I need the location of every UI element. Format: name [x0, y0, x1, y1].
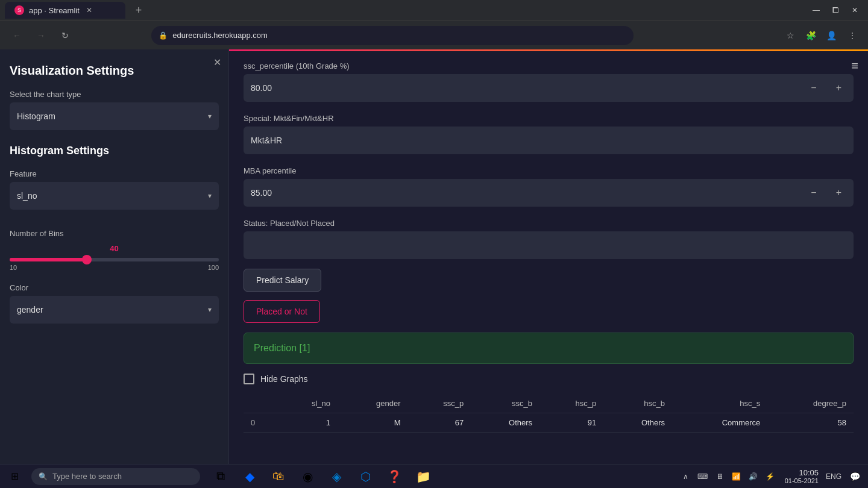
- chart-type-label: Select the chart type: [10, 90, 219, 99]
- feature-value: sl_no: [17, 191, 37, 201]
- ssc-number-input[interactable]: 80.00 − +: [244, 74, 854, 102]
- taskbar-chrome[interactable]: ◉: [294, 465, 321, 489]
- back-button[interactable]: ←: [7, 26, 27, 45]
- chart-type-group: Select the chart type Histogram ▾: [10, 90, 219, 130]
- clock-date: 01-05-2021: [785, 477, 819, 484]
- top-bar-indicator: [229, 49, 868, 51]
- tray-network[interactable]: 📶: [729, 469, 744, 484]
- taskbar-help[interactable]: ❓: [381, 465, 407, 489]
- special-value: Mkt&HR: [251, 136, 282, 145]
- chart-type-value: Histogram: [17, 111, 55, 121]
- table-cell-slno: 1: [277, 413, 338, 433]
- ssc-minus-button[interactable]: −: [806, 80, 821, 96]
- taskbar-vscode[interactable]: ◈: [323, 465, 350, 489]
- bins-value: 40: [110, 244, 118, 253]
- color-select[interactable]: gender ▾: [10, 296, 219, 324]
- tray-volume[interactable]: 🔊: [746, 469, 761, 484]
- mba-plus-button[interactable]: +: [831, 185, 846, 201]
- feature-select[interactable]: sl_no ▾: [10, 182, 219, 210]
- sidebar-close-button[interactable]: ✕: [213, 57, 221, 68]
- profile-icon[interactable]: 👤: [823, 27, 840, 44]
- title-bar: S app · Streamlit ✕ + — ⧠ ✕: [0, 0, 868, 20]
- tray-battery[interactable]: ⚡: [763, 469, 778, 484]
- color-label: Color: [10, 283, 219, 292]
- tab-close-button[interactable]: ✕: [84, 5, 94, 15]
- table-col-hscp: hsc_p: [539, 394, 603, 413]
- tray-display[interactable]: 🖥: [712, 469, 727, 484]
- viz-settings-title: Visualization Settings: [10, 64, 219, 78]
- action-buttons: Predict Salary Placed or Not: [244, 259, 854, 323]
- placed-or-not-button[interactable]: Placed or Not: [244, 300, 320, 323]
- color-value: gender: [17, 305, 43, 314]
- browser-menu-icon[interactable]: ⋮: [844, 27, 861, 44]
- language-indicator[interactable]: ENG: [826, 472, 844, 481]
- table-col-sscp: ssc_p: [407, 394, 471, 413]
- hamburger-menu-icon[interactable]: ≡: [851, 59, 858, 73]
- status-label: Status: Placed/Not Placed: [244, 219, 854, 228]
- address-bar[interactable]: 🔒 edurecruits.herokuapp.com: [151, 26, 634, 45]
- toolbar-icons: ☆ 🧩 👤 ⋮: [782, 27, 861, 44]
- bins-slider-thumb[interactable]: [82, 255, 92, 264]
- special-input[interactable]: Mkt&HR: [244, 127, 854, 154]
- refresh-button[interactable]: ↻: [55, 26, 75, 45]
- table-row: 0 1 M 67 Others 91 Others Commerce 58: [244, 413, 854, 433]
- taskbar-search[interactable]: 🔍 Type here to search: [31, 468, 200, 485]
- table-cell-degreep: 58: [767, 413, 854, 433]
- chart-type-select[interactable]: Histogram ▾: [10, 102, 219, 130]
- status-field-group: Status: Placed/Not Placed: [244, 219, 854, 259]
- active-tab[interactable]: S app · Streamlit ✕: [5, 2, 125, 19]
- table-cell-hscs: Commerce: [672, 413, 767, 433]
- forward-button[interactable]: →: [31, 26, 51, 45]
- mba-value: 85.00: [251, 188, 796, 198]
- taskbar-dropbox[interactable]: ◆: [236, 465, 263, 489]
- table-cell-index: 0: [244, 413, 277, 433]
- feature-label: Feature: [10, 169, 219, 178]
- bins-label: Number of Bins: [10, 229, 64, 238]
- histogram-settings-title: Histogram Settings: [10, 145, 219, 157]
- ssc-plus-button[interactable]: +: [831, 80, 846, 96]
- table-cell-sscp: 67: [407, 413, 471, 433]
- taskbar-store[interactable]: 🛍: [265, 465, 292, 489]
- mba-number-input[interactable]: 85.00 − +: [244, 179, 854, 207]
- taskbar-taskview[interactable]: ⧉: [207, 465, 234, 489]
- clock-time: 10:05: [785, 468, 819, 477]
- notification-button[interactable]: 💬: [846, 465, 863, 489]
- table-header-row: sl_no gender ssc_p ssc_b hsc_p hsc_b hsc…: [244, 394, 854, 413]
- system-clock[interactable]: 10:05 01-05-2021: [780, 468, 823, 484]
- taskbar-search-text: Type here to search: [52, 472, 122, 481]
- taskbar-search-icon: 🔍: [39, 472, 48, 481]
- table-body: 0 1 M 67 Others 91 Others Commerce 58: [244, 413, 854, 433]
- bins-group: Number of Bins 40 10 100: [10, 222, 219, 271]
- window-controls: — ⧠ ✕: [808, 4, 863, 16]
- star-icon[interactable]: ☆: [782, 27, 799, 44]
- table-cell-gender: M: [338, 413, 408, 433]
- taskbar-files[interactable]: 📁: [410, 465, 436, 489]
- new-tab-button[interactable]: +: [130, 2, 147, 19]
- feature-arrow: ▾: [208, 192, 212, 200]
- start-icon: ⊞: [11, 471, 19, 482]
- taskbar-edge[interactable]: ⬡: [352, 465, 379, 489]
- table-cell-hscb: Others: [603, 413, 672, 433]
- address-bar-row: ← → ↻ 🔒 edurecruits.herokuapp.com ☆ 🧩 👤 …: [0, 20, 868, 49]
- table-cell-hscp: 91: [539, 413, 603, 433]
- mba-minus-button[interactable]: −: [806, 185, 821, 201]
- status-input[interactable]: [244, 231, 854, 259]
- mba-field-group: MBA percentile 85.00 − +: [244, 166, 854, 207]
- hide-graphs-checkbox[interactable]: [244, 374, 254, 384]
- predict-salary-button[interactable]: Predict Salary: [244, 269, 321, 292]
- tray-show-hidden[interactable]: ∧: [679, 469, 693, 484]
- start-button[interactable]: ⊞: [0, 465, 29, 489]
- hide-graphs-label: Hide Graphs: [260, 374, 308, 384]
- window-close-button[interactable]: ✕: [846, 4, 863, 16]
- bins-slider-minmax: 10 100: [10, 264, 219, 271]
- table-col-index: [244, 394, 277, 413]
- extensions-icon[interactable]: 🧩: [803, 27, 820, 44]
- table-col-sscb: ssc_b: [471, 394, 539, 413]
- table-col-degreep: degree_p: [767, 394, 854, 413]
- window-minimize-button[interactable]: —: [808, 4, 825, 16]
- lock-icon: 🔒: [159, 31, 168, 40]
- bins-slider-track[interactable]: [10, 258, 219, 261]
- tray-keyboard[interactable]: ⌨: [696, 469, 710, 484]
- data-table: sl_no gender ssc_p ssc_b hsc_p hsc_b hsc…: [244, 394, 854, 433]
- window-maximize-button[interactable]: ⧠: [827, 4, 844, 16]
